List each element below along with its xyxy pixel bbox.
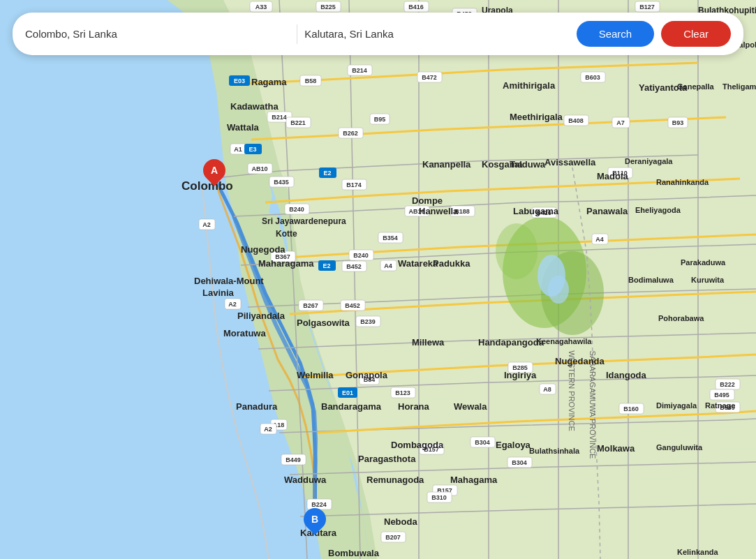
origin-input[interactable] bbox=[25, 28, 290, 40]
svg-text:B354: B354 bbox=[383, 234, 398, 241]
svg-text:E3: E3 bbox=[249, 146, 256, 153]
svg-text:B304: B304 bbox=[512, 459, 527, 466]
svg-text:B452: B452 bbox=[346, 263, 362, 270]
svg-text:B310: B310 bbox=[431, 494, 447, 501]
svg-text:B267: B267 bbox=[303, 302, 318, 309]
svg-text:B174: B174 bbox=[346, 181, 362, 188]
svg-text:B214: B214 bbox=[272, 114, 287, 121]
pin-b-label: B bbox=[311, 514, 318, 525]
svg-text:A8: A8 bbox=[543, 386, 551, 393]
svg-text:B188: B188 bbox=[454, 208, 470, 215]
svg-text:SABARAGAMUWA PROVINCE: SABARAGAMUWA PROVINCE bbox=[588, 351, 597, 459]
svg-text:B95: B95 bbox=[374, 116, 386, 123]
svg-text:B207: B207 bbox=[385, 534, 401, 541]
svg-text:B84: B84 bbox=[364, 376, 376, 383]
svg-text:B58: B58 bbox=[305, 77, 317, 84]
svg-text:B589: B589 bbox=[720, 404, 735, 411]
svg-text:B285: B285 bbox=[512, 364, 528, 371]
svg-text:E01: E01 bbox=[342, 389, 353, 396]
input-divider bbox=[297, 24, 297, 44]
svg-text:E2: E2 bbox=[323, 170, 331, 177]
svg-text:A2: A2 bbox=[202, 221, 211, 228]
svg-text:B221: B221 bbox=[290, 119, 306, 126]
svg-text:B225: B225 bbox=[320, 3, 336, 10]
svg-point-5 bbox=[548, 276, 569, 304]
svg-text:B262: B262 bbox=[343, 130, 358, 137]
svg-text:B603: B603 bbox=[585, 74, 600, 81]
map-background: A33 B225 B416 B453 B127 B214 B472 E03 B5… bbox=[0, 0, 756, 559]
map-container: A33 B225 B416 B453 B127 B214 B472 E03 B5… bbox=[0, 0, 756, 559]
svg-text:B416: B416 bbox=[408, 3, 424, 10]
svg-text:B93: B93 bbox=[672, 119, 684, 126]
svg-text:A1: A1 bbox=[234, 146, 242, 153]
svg-text:B127: B127 bbox=[639, 3, 655, 10]
svg-text:A2: A2 bbox=[264, 426, 272, 433]
svg-text:B110: B110 bbox=[612, 170, 628, 177]
pin-a-circle: A bbox=[198, 154, 230, 186]
svg-text:A33: A33 bbox=[255, 3, 267, 10]
svg-text:B472: B472 bbox=[422, 74, 437, 81]
svg-text:B449: B449 bbox=[286, 456, 301, 463]
svg-text:B123: B123 bbox=[395, 389, 410, 396]
pin-b: B bbox=[304, 508, 326, 530]
svg-text:B222: B222 bbox=[720, 381, 735, 388]
svg-text:B240: B240 bbox=[353, 252, 369, 259]
svg-text:B452: B452 bbox=[345, 302, 360, 309]
svg-text:A2: A2 bbox=[228, 301, 237, 308]
destination-input[interactable] bbox=[304, 28, 569, 40]
pin-a-label: A bbox=[211, 165, 218, 176]
svg-text:B304: B304 bbox=[475, 439, 490, 446]
pin-b-circle: B bbox=[299, 503, 330, 535]
svg-text:B214: B214 bbox=[352, 67, 367, 74]
svg-text:WESTERN PROVINCE: WESTERN PROVINCE bbox=[568, 350, 576, 431]
svg-text:B157: B157 bbox=[424, 446, 439, 453]
svg-text:B426: B426 bbox=[536, 209, 551, 216]
search-bar: Search Clear bbox=[13, 13, 743, 55]
svg-text:E03: E03 bbox=[234, 77, 245, 84]
svg-point-3 bbox=[496, 223, 538, 279]
svg-text:B224: B224 bbox=[311, 501, 327, 508]
svg-text:AB10: AB10 bbox=[251, 165, 267, 172]
svg-text:A4: A4 bbox=[384, 262, 392, 269]
svg-text:B435: B435 bbox=[274, 179, 289, 186]
clear-button[interactable]: Clear bbox=[661, 21, 731, 47]
svg-text:B239: B239 bbox=[360, 318, 376, 325]
svg-text:B240: B240 bbox=[289, 206, 304, 213]
svg-text:B408: B408 bbox=[568, 117, 584, 124]
svg-text:B367: B367 bbox=[275, 253, 290, 260]
pin-a: A bbox=[203, 159, 225, 181]
svg-text:AB10: AB10 bbox=[408, 208, 424, 215]
svg-text:A7: A7 bbox=[616, 119, 625, 126]
svg-text:E2: E2 bbox=[323, 262, 330, 269]
svg-text:A4: A4 bbox=[595, 236, 604, 243]
svg-text:B495: B495 bbox=[714, 392, 729, 398]
search-button[interactable]: Search bbox=[577, 21, 655, 47]
svg-text:B160: B160 bbox=[623, 405, 639, 412]
